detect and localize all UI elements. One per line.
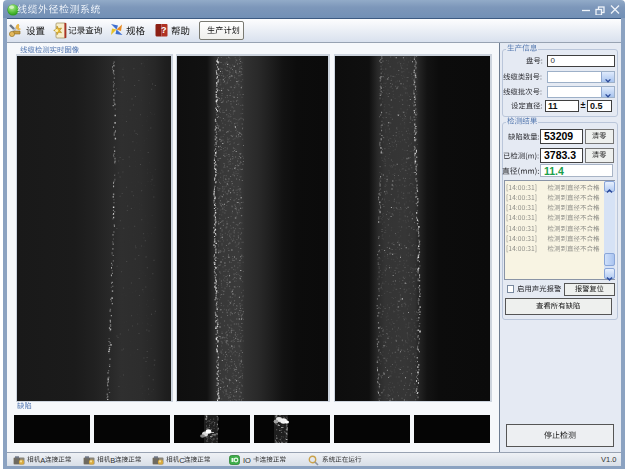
svg-text:?: ? bbox=[161, 25, 167, 35]
